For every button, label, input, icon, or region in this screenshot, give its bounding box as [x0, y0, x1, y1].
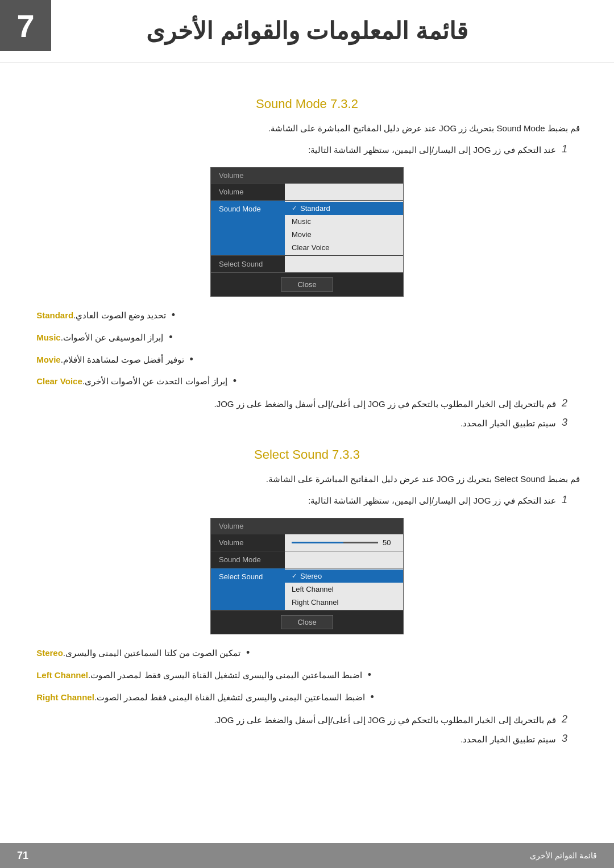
menu-options-selectsound: ✓ Stereo Left Channel Right Channel — [285, 568, 403, 610]
volume-slider-area: 50 — [285, 534, 403, 551]
menu-option-rightchannel: Right Channel — [285, 596, 403, 609]
term-movie: Movie — [34, 353, 61, 367]
menu-label-soundmode: Sound Mode — [211, 201, 285, 255]
option-label-movie: Movie — [292, 230, 312, 239]
page-header: قائمة المعلومات والقوائم الأخرى 7 — [0, 0, 614, 63]
slider-fill — [292, 542, 343, 543]
section2-desc: قم بضبط Select Sound بتحريك زر JOG عند ع… — [34, 472, 580, 486]
term-clearvoice: Clear Voice — [34, 375, 82, 388]
menu-row-volume-1: Volume — [211, 183, 403, 200]
menu-close-row-2: Close — [211, 610, 403, 634]
menu-row-soundmode-2: Sound Mode — [211, 551, 403, 568]
bullet-item-standard: تحديد وضع الصوت العادي. Standard — [34, 307, 580, 323]
menu-label-volume-2: Volume — [211, 534, 285, 551]
close-button-1[interactable]: Close — [281, 277, 333, 292]
bullet-item-leftchannel: اضبط السماعتين اليمنى واليسرى لتشغيل الق… — [34, 667, 580, 683]
menu-label-volume-1: Volume — [211, 184, 285, 200]
menu-option-leftchannel: Left Channel — [285, 583, 403, 596]
menu-option-movie: Movie — [285, 228, 403, 241]
option-label-clearvoice: Clear Voice — [292, 243, 329, 252]
bullet-item-rightchannel: اضبط السماعتين اليمنى واليسرى لتشغيل الق… — [34, 689, 580, 705]
step2-text-2: قم بالتحريك إلى الخيار المطلوب بالتحكم ف… — [214, 713, 556, 727]
step1-text-2: عند التحكم في زر JOG إلى اليسار/إلى اليم… — [308, 494, 556, 508]
step1-num-2: 1 — [562, 494, 580, 506]
chapter-badge: 7 — [0, 0, 51, 51]
bullet-item-clearvoice: إبراز أصوات التحدث عن الأصوات الأخرى. Cl… — [34, 373, 580, 389]
page-title: قائمة المعلومات والقوائم الأخرى — [146, 17, 468, 45]
bullet-item-movie: توفير أفضل صوت لمشاهدة الأفلام. Movie — [34, 351, 580, 368]
menu-label-soundmode-2: Sound Mode — [211, 551, 285, 568]
page-footer: قائمة القوائم الأخرى 71 — [0, 843, 614, 868]
step2-text-1: قم بالتحريك إلى الخيار المطلوب بالتحكم ف… — [214, 397, 556, 411]
footer-page: 71 — [17, 850, 28, 862]
step3-text-2: سيتم تطبيق الخيار المحدد. — [460, 733, 556, 746]
page-content: Sound Mode 7.3.2 قم بضبط Sound Mode بتحر… — [0, 63, 614, 798]
option-label-leftchannel: Left Channel — [292, 585, 334, 593]
check-icon-stereo: ✓ — [292, 572, 297, 580]
option-label-standard: Standard — [300, 204, 330, 213]
close-button-2[interactable]: Close — [281, 615, 333, 629]
menu-option-clearvoice: Clear Voice — [285, 241, 403, 254]
menu-label-selectsound-1: Select Sound — [211, 256, 285, 272]
term-leftchannel: Left Channel — [34, 668, 88, 682]
option-label-music: Music — [292, 217, 311, 226]
step2-num-1: 2 — [562, 397, 580, 409]
bullet-list-1: تحديد وضع الصوت العادي. Standard إبراز ا… — [34, 307, 580, 389]
menu-row-volume-2: Volume 50 — [211, 534, 403, 551]
term-stereo: Stereo — [34, 646, 63, 660]
bullet-item-stereo: تمكين الصوت من كلتا السماعتين اليمنى وال… — [34, 645, 580, 661]
menu-option-music: Music — [285, 215, 403, 228]
menu-label-selectsound-2: Select Sound — [211, 568, 285, 610]
term-music: Music — [34, 331, 61, 344]
step1-num-1: 1 — [562, 143, 580, 155]
menu-option-stereo: ✓ Stereo — [285, 570, 403, 583]
section-title-2: Select Sound 7.3.3 — [34, 447, 580, 462]
step3-num-2: 3 — [562, 733, 580, 745]
slider-track — [292, 542, 378, 543]
section1-desc: قم بضبط Sound Mode بتحريك زر JOG عند عرض… — [34, 122, 580, 135]
menu-close-row-1: Close — [211, 272, 403, 296]
slider-value: 50 — [383, 538, 396, 547]
footer-text: قائمة القوائم الأخرى — [530, 851, 597, 860]
section-title-1: Sound Mode 7.3.2 — [34, 97, 580, 111]
step2-row-1: 2 قم بالتحريك إلى الخيار المطلوب بالتحكم… — [34, 397, 580, 411]
term-standard: Standard — [34, 309, 73, 322]
menu-row-soundmode: Sound Mode ✓ Standard Music Movie Clear … — [211, 200, 403, 255]
bullet-list-2: تمكين الصوت من كلتا السماعتين اليمنى وال… — [34, 645, 580, 705]
menu-row-selectsound-1: Select Sound — [211, 255, 403, 272]
step3-row-2: 3 سيتم تطبيق الخيار المحدد. — [34, 733, 580, 746]
step3-row-1: 3 سيتم تطبيق الخيار المحدد. — [34, 417, 580, 430]
step1-row-2: 1 عند التحكم في زر JOG إلى اليسار/إلى ال… — [34, 494, 580, 508]
step2-row-2: 2 قم بالتحريك إلى الخيار المطلوب بالتحكم… — [34, 713, 580, 727]
menu-screenshot-2: Volume Volume 50 Sound Mode Select Sound — [34, 518, 580, 634]
step2-num-2: 2 — [562, 713, 580, 725]
step1-text-1: عند التحكم في زر JOG إلى اليسار/إلى اليم… — [308, 143, 556, 157]
check-icon-standard: ✓ — [292, 205, 297, 212]
step1-row-1: 1 عند التحكم في زر JOG إلى اليسار/إلى ال… — [34, 143, 580, 157]
term-rightchannel: Right Channel — [34, 691, 94, 704]
menu-row-selectsound-2: Select Sound ✓ Stereo Left Channel Right… — [211, 568, 403, 610]
option-label-stereo: Stereo — [300, 572, 322, 580]
menu-options-soundmode: ✓ Standard Music Movie Clear Voice — [285, 201, 403, 255]
menu-box-2: Volume Volume 50 Sound Mode Select Sound — [210, 518, 404, 634]
step3-num-1: 3 — [562, 417, 580, 429]
step3-text-1: سيتم تطبيق الخيار المحدد. — [460, 417, 556, 430]
menu-box-1: Volume Volume Sound Mode ✓ Standard Musi… — [210, 167, 404, 297]
menu-header-1: Volume — [211, 168, 403, 183]
menu-screenshot-1: Volume Volume Sound Mode ✓ Standard Musi… — [34, 167, 580, 297]
menu-header-2: Volume — [211, 518, 403, 534]
menu-option-standard: ✓ Standard — [285, 202, 403, 215]
option-label-rightchannel: Right Channel — [292, 598, 338, 607]
bullet-item-music: إبراز الموسيقى عن الأصوات. Music — [34, 329, 580, 346]
